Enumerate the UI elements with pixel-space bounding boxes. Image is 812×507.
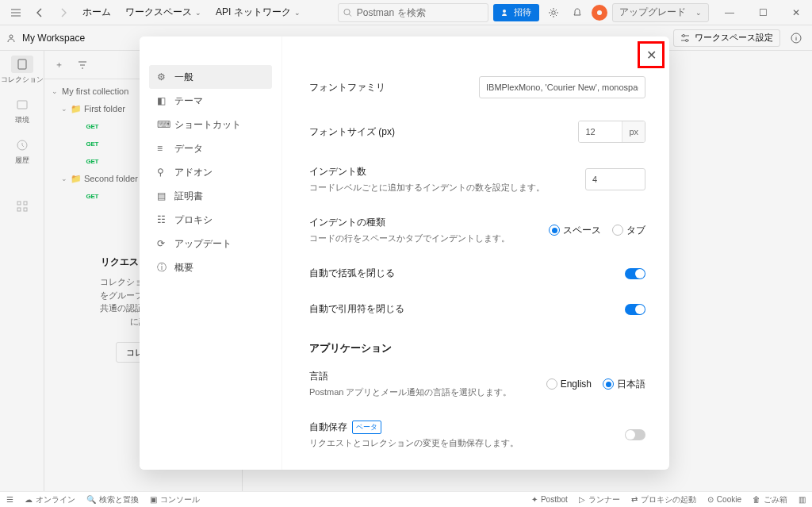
svg-rect-8: [17, 101, 27, 109]
sub-indent-count: コードレベルごとに追加するインデントの数を設定します。: [309, 182, 585, 194]
back-icon[interactable]: [30, 3, 49, 22]
addon-icon: ⚲: [157, 167, 168, 178]
filter-icon[interactable]: [75, 57, 90, 73]
status-trash[interactable]: 🗑 ごみ箱: [753, 494, 787, 505]
rail-collections[interactable]: コレクション: [1, 56, 44, 85]
chevron-down-icon: ⌄: [294, 9, 301, 17]
search-input[interactable]: [357, 7, 483, 18]
chevron-down-icon: ⌄: [695, 9, 702, 17]
chevron-right-icon: ⌄: [60, 175, 68, 182]
proxy-icon: ☷: [157, 214, 168, 225]
label-language: 言語: [309, 370, 546, 383]
settings-body: フォントファミリ フォントサイズ (px) px インデント数 コードレベルごと…: [282, 36, 669, 470]
info-icon[interactable]: [787, 29, 806, 48]
nav-update[interactable]: ⟳アップデート: [149, 232, 272, 255]
notifications-icon[interactable]: [568, 3, 587, 22]
workspace-settings-button[interactable]: ワークスペース設定: [673, 29, 780, 47]
nav-themes[interactable]: ◧テーマ: [149, 89, 272, 113]
menu-icon[interactable]: [6, 3, 25, 22]
sub-indent-type: コードの行をスペースかタブでインデントします。: [309, 232, 549, 244]
update-icon: ⟳: [157, 238, 168, 249]
label-auto-brackets: 自動で括弧を閉じる: [309, 267, 625, 280]
field-indent-count: インデント数 コードレベルごとに追加するインデントの数を設定します。: [309, 154, 645, 205]
search-box[interactable]: [338, 3, 488, 22]
toggle-auto-quotes[interactable]: [625, 304, 645, 315]
close-window-icon[interactable]: ✕: [787, 3, 806, 22]
status-panels[interactable]: ▥: [799, 495, 806, 504]
status-search-replace[interactable]: 🔍 検索と置換: [86, 494, 139, 505]
radio-space[interactable]: スペース: [549, 224, 601, 237]
status-runner[interactable]: ▷ ランナー: [579, 494, 620, 505]
chevron-down-icon: ⌄: [195, 9, 201, 17]
nav-proxy[interactable]: ☷プロキシ: [149, 208, 272, 232]
input-indent-count[interactable]: [585, 168, 645, 190]
font-size-control: px: [578, 121, 645, 143]
minimize-icon[interactable]: —: [720, 3, 739, 22]
radio-on-icon: [603, 378, 614, 390]
input-font-size[interactable]: [579, 121, 622, 143]
certificate-icon: ▤: [157, 190, 168, 202]
environment-icon: [16, 98, 29, 111]
svg-rect-12: [17, 208, 21, 211]
svg-point-2: [552, 10, 555, 13]
beta-badge: ベータ: [352, 421, 381, 434]
svg-point-5: [686, 39, 688, 41]
nav-home[interactable]: ホーム: [78, 6, 116, 19]
field-indent-type: インデントの種類 コードの行をスペースかタブでインデントします。 スペース タブ: [309, 205, 645, 255]
collection-icon: [16, 58, 29, 71]
language-radios: English 日本語: [546, 378, 645, 391]
status-cookie[interactable]: ⊙ Cookie: [707, 495, 741, 504]
nav-data[interactable]: ≡データ: [149, 136, 272, 160]
settings-icon[interactable]: [544, 3, 563, 22]
avatar[interactable]: [592, 5, 607, 21]
nav-api-network[interactable]: API ネットワーク⌄: [211, 6, 305, 19]
label-indent-type: インデントの種類: [309, 216, 549, 229]
label-font-family: フォントファミリ: [309, 81, 479, 94]
nav-general[interactable]: ⚙一般: [149, 65, 272, 89]
folder-icon: 📁: [71, 174, 81, 183]
status-postbot[interactable]: ✦ Postbot: [531, 495, 568, 504]
nav-certificates[interactable]: ▤証明書: [149, 184, 272, 208]
rail-history[interactable]: 履歴: [11, 136, 33, 166]
nav-workspaces[interactable]: ワークスペース⌄: [121, 6, 206, 19]
radio-japanese[interactable]: 日本語: [603, 378, 645, 391]
sliders-icon: [680, 33, 690, 43]
status-online[interactable]: ☁ オンライン: [25, 494, 75, 505]
search-icon: [343, 8, 352, 17]
nav-about[interactable]: ⓘ概要: [149, 255, 272, 279]
rail-more[interactable]: [11, 198, 33, 215]
person-add-icon: [501, 9, 509, 17]
label-indent-count: インデント数: [309, 165, 585, 179]
maximize-icon[interactable]: ☐: [753, 3, 772, 22]
add-icon[interactable]: ＋: [51, 57, 67, 73]
upgrade-button[interactable]: アップグレード⌄: [612, 3, 709, 22]
status-proxy[interactable]: ⇄ プロキシの起動: [631, 494, 696, 505]
history-icon: [16, 139, 29, 152]
radio-english[interactable]: English: [546, 378, 592, 390]
radio-tab[interactable]: タブ: [612, 224, 645, 237]
workspace-name[interactable]: My Workspace: [22, 33, 85, 44]
unit-label: px: [622, 121, 645, 142]
toggle-autosave[interactable]: [625, 429, 645, 440]
nav-addons[interactable]: ⚲アドオン: [149, 160, 272, 184]
status-menu[interactable]: ☰: [6, 495, 13, 504]
status-bar: ☰ ☁ オンライン 🔍 検索と置換 ▣ コンソール ✦ Postbot ▷ ラン…: [0, 491, 812, 507]
label-autosave: 自動保存ベータ: [309, 421, 625, 434]
input-font-family[interactable]: [479, 76, 645, 98]
toggle-auto-brackets[interactable]: [625, 268, 645, 279]
field-font-family: フォントファミリ: [309, 65, 645, 109]
settings-nav: ⚙一般 ◧テーマ ⌨ショートカット ≡データ ⚲アドオン ▤証明書 ☷プロキシ …: [140, 36, 282, 470]
status-console[interactable]: ▣ コンソール: [150, 494, 200, 505]
top-toolbar: ホーム ワークスペース⌄ API ネットワーク⌄ 招待 アップグレード⌄ — ☐…: [0, 0, 812, 25]
svg-point-3: [10, 35, 13, 38]
nav-shortcuts[interactable]: ⌨ショートカット: [149, 113, 272, 136]
info-icon: ⓘ: [157, 261, 168, 275]
rail-env[interactable]: 環境: [11, 96, 33, 125]
radio-off-icon: [546, 378, 557, 390]
chevron-down-icon: ⌄: [60, 105, 68, 113]
folder-icon: 📁: [71, 104, 81, 113]
svg-point-1: [503, 10, 506, 13]
forward-icon[interactable]: [54, 3, 73, 22]
section-application: アプリケーション: [309, 327, 645, 359]
invite-button[interactable]: 招待: [493, 4, 539, 21]
